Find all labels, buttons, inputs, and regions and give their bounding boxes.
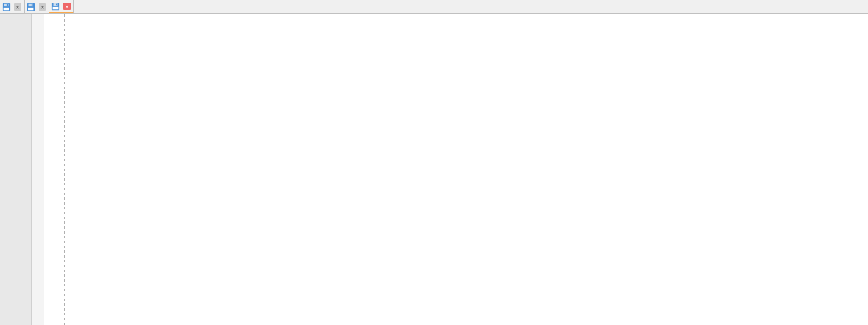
- svg-rect-7: [32, 4, 33, 6]
- svg-rect-3: [7, 4, 8, 6]
- svg-rect-9: [53, 6, 59, 9]
- close-icon[interactable]: ✕: [14, 3, 21, 11]
- disk-icon: [1, 2, 11, 12]
- tab-managed-schema[interactable]: ✕: [25, 0, 49, 13]
- svg-rect-1: [4, 7, 9, 9]
- disk-icon: [26, 2, 36, 12]
- indent-guide: [64, 14, 65, 325]
- line-number-gutter: [0, 14, 32, 325]
- tab-bar: ✕ ✕ ✕: [0, 0, 868, 14]
- close-icon[interactable]: ✕: [63, 3, 71, 10]
- disk-icon: [51, 1, 61, 11]
- editor-window: ✕ ✕ ✕: [0, 0, 868, 325]
- editor-body: [0, 14, 868, 325]
- fold-gutter[interactable]: [32, 14, 44, 325]
- tab-data-config[interactable]: ✕: [0, 0, 25, 13]
- svg-rect-11: [56, 3, 57, 5]
- tab-solrconfig[interactable]: ✕: [49, 0, 74, 13]
- code-area[interactable]: [47, 14, 868, 325]
- svg-rect-5: [28, 7, 34, 9]
- close-icon[interactable]: ✕: [39, 3, 46, 11]
